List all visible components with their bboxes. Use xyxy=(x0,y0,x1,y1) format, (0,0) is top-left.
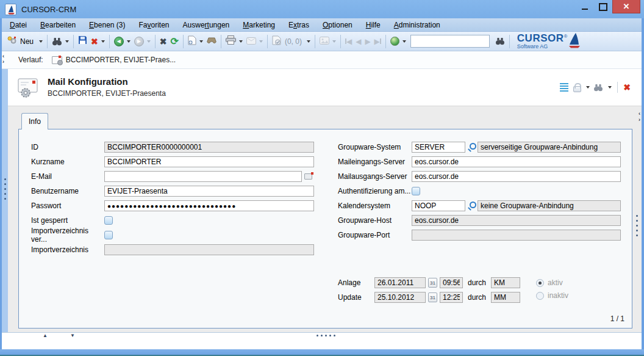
history-label: Verlauf: xyxy=(18,56,43,64)
email-icon-button[interactable] xyxy=(303,172,314,181)
globe-caret[interactable] xyxy=(402,40,406,43)
close-entity-button[interactable]: ✖ xyxy=(623,83,631,92)
audit-block: Anlage 31 durch Update 31 durch xyxy=(338,277,621,307)
horizontal-splitter-handle[interactable] xyxy=(317,335,335,336)
nav-next-button: ▶ xyxy=(363,34,372,49)
importverzeichnis-label: Importverzeichnis xyxy=(31,245,104,254)
nav-last-icon: ▶ xyxy=(374,37,381,46)
quick-search-button[interactable] xyxy=(493,34,507,49)
groupware-host-label: Groupware-Host xyxy=(338,216,412,225)
delete-caret[interactable] xyxy=(101,40,105,43)
close-button[interactable]: ✕ xyxy=(612,0,640,13)
selection-caret[interactable] xyxy=(307,40,310,43)
importverzeichnis-ver-label: Importverzeichnis ver... xyxy=(31,227,104,244)
new-document-icon xyxy=(188,35,196,48)
groupware-system-description-field xyxy=(478,142,621,153)
header-search-button[interactable] xyxy=(593,84,603,92)
nav-first-button: ◀ xyxy=(343,34,354,49)
menu-item-marketing[interactable]: Marketing xyxy=(243,21,275,29)
search-caret[interactable] xyxy=(65,40,69,43)
authentifizierung-checkbox[interactable] xyxy=(412,187,420,195)
collapse-right-panel-control[interactable]: ‹› xyxy=(639,111,640,123)
menu-item-datei[interactable]: Datei xyxy=(10,21,27,29)
update-date-field xyxy=(374,292,426,303)
window-border-bottom xyxy=(0,349,644,356)
new-document-caret[interactable] xyxy=(199,40,203,43)
groupware-system-lookup-icon[interactable] xyxy=(466,142,477,152)
history-bar: ‹› Verlauf: BCCIMPORTER, EVIJET-Praes... xyxy=(0,51,644,69)
field-row-kurzname: Kurzname xyxy=(31,156,314,167)
groupware-host-field xyxy=(412,215,621,226)
maileingangs-server-field[interactable] xyxy=(412,156,621,167)
menu-item-administration[interactable]: Administration xyxy=(394,21,440,29)
menu-item-extras[interactable]: Extras xyxy=(288,21,309,29)
field-row-importverzeichnis-ver: Importverzeichnis ver... xyxy=(31,230,314,241)
ist-gesperrt-checkbox[interactable] xyxy=(104,216,113,225)
delete-button[interactable]: ✖ xyxy=(89,34,107,49)
selection-counter-button[interactable]: (0, 0) xyxy=(270,34,312,49)
search-button[interactable] xyxy=(50,34,71,49)
back-caret[interactable] xyxy=(127,40,131,43)
logo-name: CURSOR xyxy=(517,32,564,44)
quick-search-input[interactable] xyxy=(410,35,490,48)
menu-item-favoriten[interactable]: Favoriten xyxy=(138,21,169,29)
field-row-email: E-Mail xyxy=(31,171,314,182)
new-document-button[interactable] xyxy=(186,34,205,49)
inaktiv-radio-row: inaktiv xyxy=(536,291,568,300)
status-radio-group: aktiv inaktiv xyxy=(536,278,568,304)
kalendersystem-lookup-icon[interactable] xyxy=(466,201,477,211)
menu-item-optionen[interactable]: Optionen xyxy=(323,21,352,29)
left-sidebar-strip xyxy=(2,69,8,338)
cancel-button[interactable]: ✖ xyxy=(158,34,169,49)
groupware-system-code-field[interactable] xyxy=(412,142,465,153)
new-button[interactable]: Neu xyxy=(5,34,45,49)
kurzname-label: Kurzname xyxy=(31,158,104,166)
anlage-label: Anlage xyxy=(338,278,372,287)
passwort-field[interactable] xyxy=(104,200,314,211)
save-button[interactable] xyxy=(76,34,89,49)
menu-item-auswertungen[interactable]: Auswertungen xyxy=(183,21,230,29)
mailausgangs-server-field[interactable] xyxy=(412,171,621,182)
menu-item-hilfe[interactable]: Hilfe xyxy=(366,21,381,29)
minimize-button[interactable] xyxy=(576,0,594,13)
new-caret[interactable] xyxy=(39,40,43,43)
aktiv-radio xyxy=(536,279,544,287)
left-splitter-handle[interactable] xyxy=(4,178,6,200)
history-entry-link[interactable]: BCCIMPORTER, EVIJET-Praes... xyxy=(66,56,176,64)
collapse-history-control[interactable]: ‹› xyxy=(2,54,4,65)
menu-bar: DateiBearbeitenEbenen (3)FavoritenAuswer… xyxy=(0,18,644,32)
lock-icon[interactable] xyxy=(573,86,581,92)
scroll-down-arrow[interactable]: ▼ xyxy=(70,333,75,338)
importverzeichnis-ver-checkbox[interactable] xyxy=(104,231,113,239)
list-view-button[interactable] xyxy=(559,82,570,93)
maximize-button[interactable] xyxy=(594,0,612,13)
refresh-button[interactable]: ⟳ xyxy=(168,34,180,49)
right-splitter-handle[interactable] xyxy=(636,215,638,236)
print-button[interactable] xyxy=(224,34,245,49)
field-row-passwort: Passwort xyxy=(31,200,314,211)
update-calendar-button: 31 xyxy=(428,292,437,302)
kurzname-field[interactable] xyxy=(104,156,314,167)
window-title: CURSOR-CRM xyxy=(21,5,76,14)
tools-button[interactable] xyxy=(205,34,218,49)
tools-icon xyxy=(207,36,216,47)
scroll-up-arrow[interactable]: ▲ xyxy=(43,333,48,338)
update-time-field xyxy=(440,292,463,303)
send-mail-icon xyxy=(246,36,256,47)
window-border-right xyxy=(642,18,644,356)
globe-button[interactable] xyxy=(388,34,408,49)
print-caret[interactable] xyxy=(239,40,243,43)
chevron-right-icon: › xyxy=(2,59,4,65)
benutzername-field[interactable] xyxy=(104,186,314,197)
back-button[interactable]: ◀ xyxy=(112,34,132,49)
field-row-maileingangs-server: Maileingangs-Server xyxy=(338,156,621,167)
header-search-caret[interactable] xyxy=(608,86,612,89)
menu-item-ebenen[interactable]: Ebenen (3) xyxy=(89,21,125,29)
lock-caret[interactable] xyxy=(586,86,590,89)
menu-item-bearbeiten[interactable]: Bearbeiten xyxy=(40,21,76,29)
page-subtitle: BCCIMPORTER, EVIJET-Praesenta xyxy=(48,89,166,98)
kalendersystem-code-field[interactable] xyxy=(412,200,465,211)
email-field[interactable] xyxy=(104,171,302,182)
tab-info[interactable]: Info xyxy=(21,113,48,129)
field-row-groupware-port: Groupware-Port xyxy=(338,230,621,241)
